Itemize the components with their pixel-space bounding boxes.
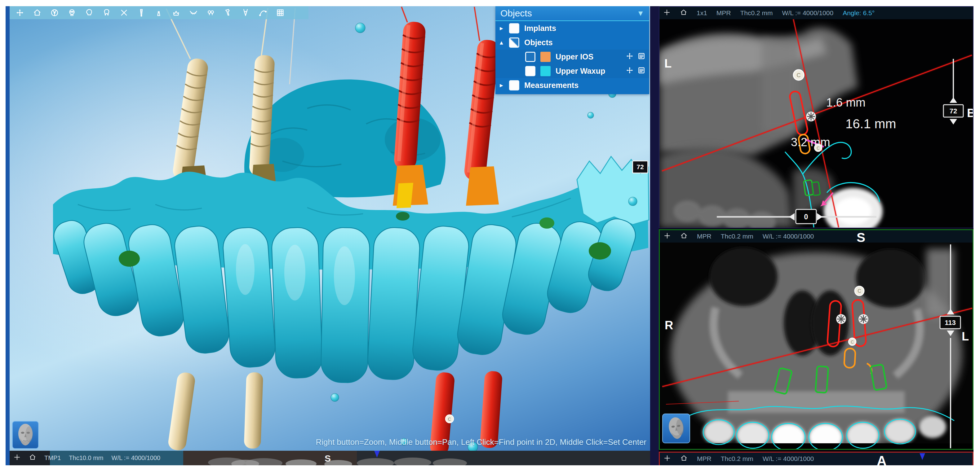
orientation-label-l: L — [962, 330, 969, 343]
skull-icon[interactable] — [65, 8, 78, 18]
post-beige-2[interactable] — [244, 372, 264, 449]
tree-label: Measurements — [524, 81, 579, 90]
expander-collapsed-icon[interactable]: ▸ — [500, 24, 509, 32]
upper-ios-checkbox[interactable] — [525, 52, 535, 62]
home-icon[interactable] — [680, 232, 688, 241]
grid-icon[interactable] — [274, 8, 287, 18]
left-edge-bar — [6, 6, 10, 465]
implants-checkbox[interactable] — [509, 23, 519, 33]
coronal-ct-image[interactable]: C C 113 L R — [660, 230, 972, 449]
post-beige-1[interactable] — [167, 371, 196, 451]
measurements-checkbox[interactable] — [509, 80, 519, 90]
orientation-head-icon — [664, 415, 689, 441]
thickness-label: Thc0.2 mm — [740, 9, 773, 17]
view-divider — [650, 6, 659, 465]
mode-label: MPR — [697, 233, 711, 240]
window-level-label: W/L := 4000/1000 — [763, 233, 814, 240]
abutment-icon[interactable] — [152, 8, 165, 18]
tree-row-objects[interactable]: ▴ Objects — [495, 35, 649, 49]
svg-text:0: 0 — [804, 213, 808, 221]
pan-icon[interactable] — [663, 232, 671, 241]
objects-panel-header[interactable]: Objects ▼ — [495, 6, 649, 21]
svg-text:C: C — [448, 416, 452, 421]
scan-pin — [290, 8, 295, 84]
svg-text:1.6 mm: 1.6 mm — [826, 96, 865, 109]
3d-viewport[interactable]: C Objects ▼ ▸ — [10, 6, 650, 451]
home-icon[interactable] — [29, 453, 36, 463]
upper-waxup-swatch[interactable] — [540, 66, 550, 76]
axial-view[interactable]: MPR Thc0.2 mm W/L := 4000/1000 A — [659, 452, 974, 465]
svg-text:3.2 mm: 3.2 mm — [791, 136, 830, 149]
mouse-hint-text: Right button=Zoom, Middle button=Pan, Le… — [316, 437, 646, 447]
objects-panel-title: Objects — [500, 8, 532, 19]
svg-text:C: C — [858, 288, 861, 294]
implant-red-2[interactable] — [463, 7, 500, 181]
tree-label: Upper IOS — [555, 52, 593, 61]
pan-icon[interactable] — [13, 8, 26, 18]
position-pin[interactable] — [374, 451, 380, 458]
pano-strip-view[interactable]: TMP1 Thc10.0 mm W/L := 4000/1000 S — [10, 451, 650, 465]
caliper-icon[interactable] — [239, 8, 252, 18]
move-object-icon[interactable] — [626, 52, 634, 61]
upper-waxup-checkbox[interactable] — [525, 66, 535, 76]
tree-row-measurements[interactable]: ▸ Measurements — [495, 78, 649, 92]
sagittal-ct-image[interactable]: C C 1.6 mm 16.1 mm 3.2 mm 72 — [659, 7, 973, 228]
pan-icon[interactable] — [13, 453, 21, 463]
screenshot-stage: C Objects ▼ ▸ — [0, 0, 980, 469]
orientation-head-widget[interactable] — [662, 414, 690, 443]
thickness-label: Thc0.2 mm — [721, 233, 753, 240]
xray-icon[interactable] — [48, 8, 61, 18]
mpr-column: C C 1.6 mm 16.1 mm 3.2 mm 72 — [659, 6, 974, 465]
svg-text:C: C — [851, 339, 854, 344]
orientation-label-a: A — [877, 453, 887, 465]
mode-label: MPR — [697, 455, 711, 463]
main-toolbar — [10, 6, 309, 19]
expander-expanded-icon[interactable]: ▴ — [500, 39, 509, 46]
implant-beige-1[interactable] — [166, 9, 209, 181]
orientation-label-b: B — [967, 106, 973, 120]
object-properties-icon[interactable] — [638, 66, 646, 76]
thickness-label: Thc0.2 mm — [721, 455, 753, 463]
pano-thickness: Thc10.0 mm — [69, 455, 103, 461]
slice-indicator-box[interactable]: 72 — [632, 160, 648, 173]
panorama-icon[interactable] — [187, 8, 200, 18]
expander-collapsed-icon[interactable]: ▸ — [500, 81, 509, 89]
app-window: C Objects ▼ ▸ — [6, 6, 974, 465]
upper-ios-swatch[interactable] — [540, 52, 550, 62]
orientation-label-s: S — [325, 453, 331, 464]
move-object-icon[interactable] — [626, 66, 634, 76]
head-icon[interactable] — [83, 8, 96, 18]
home-icon[interactable] — [31, 8, 44, 18]
orientation-label-s: S — [857, 230, 865, 245]
orientation-head-widget[interactable] — [12, 421, 39, 449]
tree-row-upper-ios[interactable]: Upper IOS — [495, 49, 649, 64]
coronal-view[interactable]: C C 113 L R — [659, 229, 974, 450]
orientation-label-l: L — [664, 57, 671, 70]
implant-icon[interactable] — [135, 8, 148, 18]
curve-icon[interactable] — [256, 8, 269, 18]
home-icon[interactable] — [680, 9, 687, 17]
center-marker[interactable]: C — [445, 415, 453, 423]
position-pin[interactable] — [920, 453, 925, 460]
tree-label: Objects — [524, 38, 553, 47]
crown-icon[interactable] — [170, 8, 183, 18]
close-icon[interactable] — [118, 8, 130, 18]
tmj-icon[interactable] — [204, 8, 217, 18]
mode-label: MPR — [716, 9, 731, 17]
home-icon[interactable] — [680, 455, 688, 463]
coronal-header: MPR Thc0.2 mm W/L := 4000/1000 — [660, 230, 972, 242]
tree-row-implants[interactable]: ▸ Implants — [495, 21, 649, 35]
pan-icon[interactable] — [663, 9, 671, 17]
window-level-label: W/L := 4000/1000 — [782, 9, 834, 17]
post-red-2[interactable] — [480, 371, 503, 448]
sagittal-view[interactable]: C C 1.6 mm 16.1 mm 3.2 mm 72 — [659, 6, 974, 228]
chevron-down-icon[interactable]: ▼ — [637, 9, 644, 17]
pan-icon[interactable] — [663, 455, 671, 463]
tooth-icon[interactable] — [100, 8, 113, 18]
svg-text:16.1 mm: 16.1 mm — [845, 116, 896, 131]
drill-icon[interactable] — [222, 8, 235, 18]
layout-label: 1x1 — [697, 9, 707, 17]
tree-row-upper-waxup[interactable]: Upper Waxup — [495, 64, 649, 78]
object-properties-icon[interactable] — [638, 52, 646, 61]
objects-checkbox[interactable] — [509, 38, 519, 48]
